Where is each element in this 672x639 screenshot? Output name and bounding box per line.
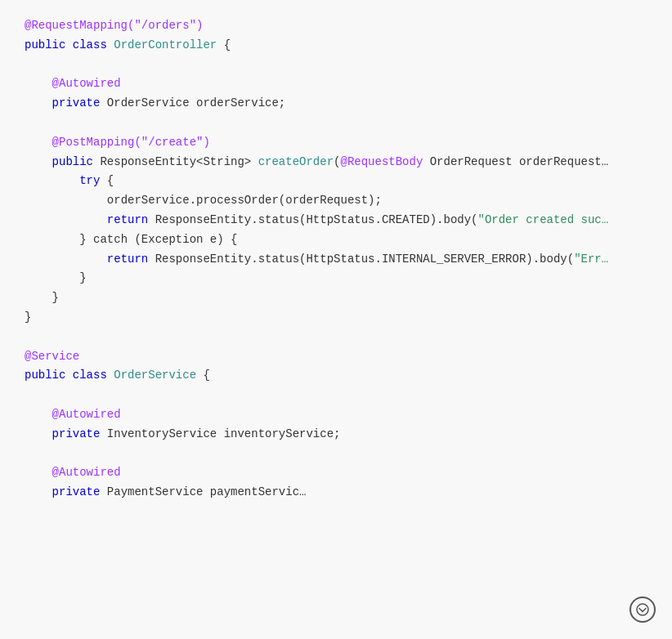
code-line: private PaymentService paymentServic… — [25, 483, 647, 503]
code-token: @Autowired — [52, 77, 121, 90]
code-token: return — [107, 213, 155, 226]
code-token — [25, 485, 52, 498]
code-token: { — [217, 38, 231, 51]
code-line: @PostMapping("/create") — [25, 133, 647, 153]
code-token — [25, 427, 52, 440]
code-token: public — [25, 38, 73, 51]
code-line: return ResponseEntity.status(HttpStatus.… — [25, 250, 647, 270]
code-line: public class OrderController { — [25, 36, 647, 56]
code-token: { — [196, 369, 210, 382]
code-token — [25, 213, 107, 226]
code-editor: @RequestMapping("/orders")public class O… — [0, 0, 672, 639]
code-token: InventoryService inventoryService; — [107, 427, 341, 440]
code-token: return — [107, 252, 155, 266]
code-token — [25, 233, 79, 246]
code-token — [25, 136, 52, 149]
code-token: } — [25, 271, 87, 284]
code-token — [25, 96, 52, 109]
code-line: @RequestMapping("/orders") — [25, 16, 647, 36]
code-token: @Autowired — [52, 408, 121, 421]
code-token: class — [73, 369, 114, 382]
code-token: public — [52, 155, 101, 168]
code-line — [25, 328, 647, 347]
code-line: @Autowired — [25, 405, 647, 425]
code-line: public ResponseEntity<String> createOrde… — [25, 153, 647, 172]
code-token: public — [25, 369, 73, 382]
code-token: OrderController — [114, 38, 217, 51]
code-token: { — [100, 174, 114, 187]
code-token: class — [73, 38, 114, 51]
code-token: @Service — [25, 350, 79, 363]
code-token: orderService.processOrder(orderRequest); — [107, 194, 382, 207]
code-token: } — [25, 311, 31, 324]
code-token: ResponseEntity<String> — [100, 155, 258, 168]
code-line: } — [25, 308, 647, 328]
svg-point-0 — [637, 604, 648, 615]
code-line: @Service — [25, 347, 647, 367]
code-token: ResponseEntity.status(HttpStatus.INTERNA… — [155, 252, 574, 266]
code-line — [25, 445, 647, 464]
code-line — [25, 386, 647, 405]
code-line: private InventoryService inventoryServic… — [25, 425, 647, 445]
code-line: orderService.processOrder(orderRequest); — [25, 191, 647, 211]
code-token: @RequestBody — [340, 155, 423, 168]
code-line: } — [25, 269, 647, 288]
code-token: ResponseEntity.status(HttpStatus.CREATED… — [155, 213, 478, 226]
code-token: @Autowired — [52, 466, 121, 479]
code-line — [25, 114, 647, 133]
code-token — [25, 155, 52, 168]
code-line — [25, 56, 647, 75]
scroll-down-button[interactable] — [629, 597, 656, 623]
code-token: @RequestMapping("/orders") — [25, 19, 203, 32]
code-token: OrderService orderService; — [107, 96, 285, 109]
code-token: "Order created suc… — [478, 213, 609, 226]
code-token — [25, 194, 107, 207]
code-token: } — [25, 291, 59, 304]
code-token — [25, 466, 52, 479]
code-token: try — [79, 174, 100, 187]
code-line: } catch (Exception e) { — [25, 230, 647, 250]
code-token: private — [52, 96, 107, 109]
code-token: "Err… — [574, 252, 608, 266]
code-token — [25, 77, 52, 90]
code-token — [25, 174, 79, 187]
code-token: private — [52, 485, 107, 498]
code-token: createOrder — [258, 155, 334, 168]
code-token: OrderRequest orderRequest… — [423, 155, 608, 168]
code-token: } catch (Exception e) { — [79, 233, 237, 246]
code-token: PaymentService paymentServic… — [107, 485, 307, 498]
code-line: private OrderService orderService; — [25, 94, 647, 114]
code-token: OrderService — [114, 369, 196, 382]
code-token — [25, 408, 52, 421]
code-line: try { — [25, 172, 647, 191]
code-line: public class OrderService { — [25, 366, 647, 386]
code-token — [25, 252, 107, 266]
code-block: @RequestMapping("/orders")public class O… — [25, 16, 647, 503]
code-token: private — [52, 427, 107, 440]
code-token: @PostMapping("/create") — [52, 136, 210, 149]
code-line: @Autowired — [25, 463, 647, 483]
code-line: } — [25, 288, 647, 308]
code-line: @Autowired — [25, 74, 647, 94]
code-line: return ResponseEntity.status(HttpStatus.… — [25, 211, 647, 230]
